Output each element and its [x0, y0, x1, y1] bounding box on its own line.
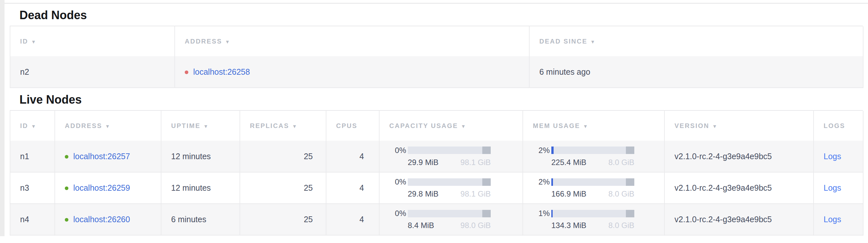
logs-link[interactable]: Logs — [824, 152, 841, 161]
usage-used-value: 8.4 MiB — [408, 221, 434, 230]
logs-link[interactable]: Logs — [824, 215, 841, 224]
usage-total-value: 98.1 GiB — [461, 189, 491, 198]
column-header-label: ADDRESS — [185, 38, 222, 45]
dead-nodes-header-row: ID▼ ADDRESS▼ DEAD SINCE▼ — [10, 26, 863, 56]
node-address-link[interactable]: localhost:26257 — [73, 152, 130, 161]
usage-bar — [551, 210, 634, 217]
column-header-label: ADDRESS — [65, 122, 102, 129]
column-header-uptime[interactable]: UPTIME▼ — [161, 111, 240, 141]
version-cell: v2.1.0-rc.2-4-g3e9a4e9bc5 — [664, 141, 813, 172]
usage-bar-cap — [626, 210, 634, 217]
node-id-cell: n2 — [10, 56, 175, 88]
usage-bar-cap — [482, 178, 491, 186]
column-header-label: VERSION — [675, 122, 710, 129]
replicas-cell: 25 — [240, 204, 326, 235]
capacity-usage-cell: 0% 29.8 MiB 98.1 GiB — [379, 172, 523, 204]
sort-desc-icon: ▼ — [105, 124, 111, 129]
usage-bar — [408, 178, 491, 186]
dead-nodes-title: Dead Nodes — [10, 4, 863, 26]
usage-percent: 0% — [392, 209, 406, 218]
usage-bar-fill — [551, 178, 553, 186]
column-header-dead-since[interactable]: DEAD SINCE▼ — [529, 26, 863, 56]
live-nodes-header-row: ID▼ ADDRESS▼ UPTIME▼ REPLICAS▼ CPUS — [10, 111, 863, 141]
version-cell: v2.1.0-rc.2-4-g3e9a4e9bc5 — [664, 204, 813, 235]
logs-link[interactable]: Logs — [824, 183, 841, 192]
usage-total-value: 98.1 GiB — [461, 158, 491, 167]
column-header-id[interactable]: ID▼ — [10, 111, 55, 141]
column-header-label: ID — [20, 38, 28, 45]
usage-total-value: 8.0 GiB — [609, 158, 634, 167]
usage-used-value: 29.8 MiB — [408, 189, 438, 198]
logs-cell: Logs — [813, 204, 863, 235]
live-nodes-table: ID▼ ADDRESS▼ UPTIME▼ REPLICAS▼ CPUS — [10, 111, 864, 236]
live-nodes-section: Live Nodes ID▼ ADDRESS▼ UP — [4, 88, 868, 236]
usage-used-value: 225.4 MiB — [551, 158, 586, 167]
table-row: n4 localhost:26260 6 minutes 25 4 0% — [10, 204, 863, 235]
column-header-cpus: CPUS — [326, 111, 379, 141]
live-status-dot-icon — [65, 155, 68, 159]
sort-desc-icon: ▼ — [583, 124, 589, 129]
column-header-label: CPUS — [336, 122, 358, 129]
dead-nodes-section: Dead Nodes ID▼ ADDRESS▼ DEAD SINCE▼ — [4, 3, 868, 88]
usage-percent: 1% — [535, 209, 550, 218]
capacity-usage-cell: 0% 8.4 MiB 98.0 GiB — [379, 204, 523, 235]
usage-bar-cap — [482, 210, 491, 217]
column-header-label: MEM USAGE — [533, 122, 580, 129]
cpus-cell: 4 — [326, 204, 379, 235]
node-id-cell: n3 — [10, 172, 55, 204]
uptime-cell: 12 minutes — [161, 172, 240, 204]
column-header-label: LOGS — [824, 122, 845, 129]
mem-usage-cell: 2% 225.4 MiB 8.0 GiB — [523, 141, 664, 172]
column-header-address[interactable]: ADDRESS▼ — [55, 111, 161, 141]
usage-bar — [551, 146, 634, 154]
version-cell: v2.1.0-rc.2-4-g3e9a4e9bc5 — [664, 172, 813, 204]
usage-bar — [408, 210, 491, 217]
column-header-label: REPLICAS — [250, 122, 289, 129]
mem-usage-cell: 1% 134.3 MiB 8.0 GiB — [523, 204, 664, 235]
usage-total-value: 8.0 GiB — [609, 189, 634, 198]
column-header-label: ID — [20, 122, 28, 129]
node-address-cell: localhost:26260 — [55, 204, 161, 235]
capacity-usage-widget: 0% 29.9 MiB 98.1 GiB — [389, 146, 523, 167]
node-id-cell: n1 — [10, 141, 55, 172]
column-header-capacity-usage[interactable]: CAPACITY USAGE▼ — [379, 111, 523, 141]
node-address-cell: localhost:26257 — [55, 141, 161, 172]
node-address-cell: localhost:26258 — [175, 56, 529, 88]
sort-desc-icon: ▼ — [461, 124, 466, 129]
node-address-link[interactable]: localhost:26259 — [73, 183, 130, 192]
usage-bar-cap — [626, 178, 634, 186]
column-header-id[interactable]: ID▼ — [10, 26, 175, 56]
capacity-usage-widget: 0% 8.4 MiB 98.0 GiB — [389, 209, 523, 230]
mem-usage-widget: 1% 134.3 MiB 8.0 GiB — [533, 209, 664, 230]
usage-percent: 0% — [392, 178, 406, 187]
sort-desc-icon: ▼ — [292, 124, 298, 129]
logs-cell: Logs — [813, 172, 863, 204]
dead-status-dot-icon — [185, 71, 188, 74]
usage-total-value: 8.0 GiB — [609, 221, 634, 230]
column-header-label: CAPACITY USAGE — [389, 122, 458, 129]
column-header-mem-usage[interactable]: MEM USAGE▼ — [523, 111, 664, 141]
column-header-version[interactable]: VERSION▼ — [664, 111, 813, 141]
node-address-link[interactable]: localhost:26258 — [193, 67, 250, 76]
usage-bar — [408, 146, 491, 154]
sort-desc-icon: ▼ — [31, 124, 37, 129]
usage-bar — [551, 178, 634, 186]
node-address-cell: localhost:26259 — [55, 172, 161, 204]
page-left-gutter — [0, 0, 4, 236]
node-address-link[interactable]: localhost:26260 — [73, 215, 130, 224]
column-header-address[interactable]: ADDRESS▼ — [175, 26, 529, 56]
uptime-cell: 12 minutes — [161, 141, 240, 172]
column-header-replicas[interactable]: REPLICAS▼ — [240, 111, 326, 141]
column-header-logs: LOGS — [813, 111, 863, 141]
table-row: n2 localhost:26258 6 minutes ago — [10, 56, 863, 88]
usage-used-value: 166.9 MiB — [551, 189, 586, 198]
usage-used-value: 134.3 MiB — [551, 221, 586, 230]
mem-usage-cell: 2% 166.9 MiB 8.0 GiB — [523, 172, 664, 204]
cpus-cell: 4 — [326, 172, 379, 204]
node-id-cell: n4 — [10, 204, 55, 235]
usage-total-value: 98.0 GiB — [461, 221, 491, 230]
usage-bar-fill — [551, 210, 553, 217]
usage-bar-fill — [551, 146, 554, 154]
live-status-dot-icon — [65, 218, 68, 221]
usage-used-value: 29.9 MiB — [408, 158, 438, 167]
